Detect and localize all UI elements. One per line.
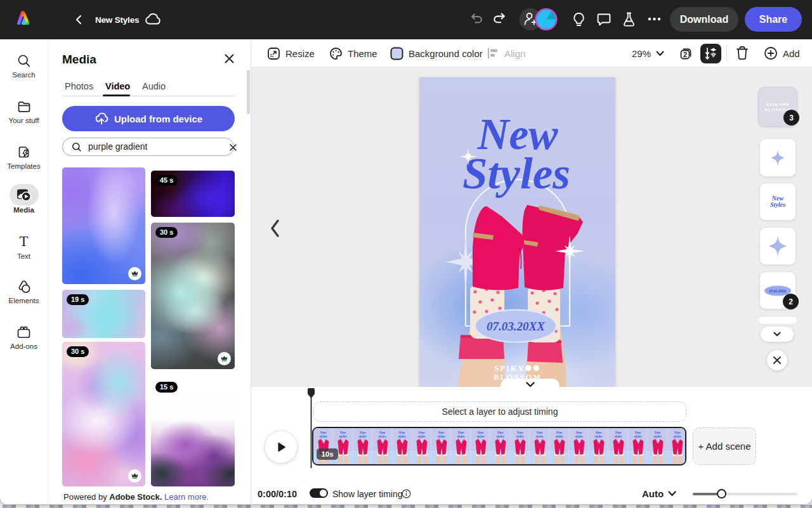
svg-text:Styles: Styles [462, 149, 570, 198]
svg-text:07.03.20XX: 07.03.20XX [487, 320, 546, 333]
svg-text:SPIKY✺✺: SPIKY✺✺ [494, 364, 540, 373]
svg-text:2: 2 [683, 51, 687, 58]
svg-text:07.03.20XX: 07.03.20XX [769, 289, 787, 293]
svg-text:T: T [19, 235, 28, 249]
